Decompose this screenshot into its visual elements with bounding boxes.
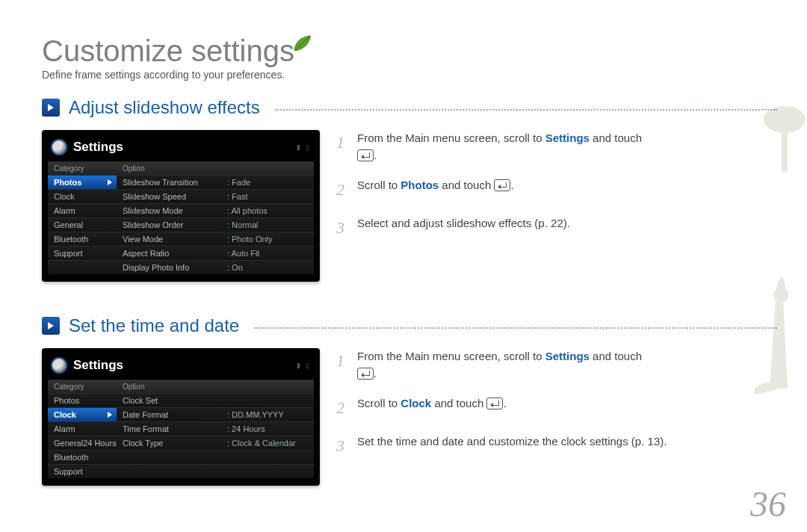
enter-icon xyxy=(357,149,374,161)
text: and touch xyxy=(590,350,642,362)
section-slideshow: Adjust slideshow effects Settings ▮ ▯ Ca… xyxy=(42,97,777,282)
option-value xyxy=(221,393,314,407)
step-text: Scroll to Photos and touch . xyxy=(357,177,514,202)
category-general[interactable]: General24 Hours xyxy=(48,436,117,450)
settings-grid: Category Option Photos Clock Set Clock D… xyxy=(48,380,314,478)
svg-point-0 xyxy=(773,288,788,303)
option-value: : On xyxy=(221,260,314,274)
category-bluetooth[interactable]: Bluetooth xyxy=(48,450,117,464)
category-bluetooth[interactable]: Bluetooth xyxy=(48,232,117,246)
enter-icon xyxy=(486,398,503,409)
settings-panel-photos: Settings ▮ ▯ Category Option Photos Slid… xyxy=(42,130,320,282)
step-3: 3 Select and adjust slideshow effects (p… xyxy=(336,215,777,240)
step-text: Select and adjust slideshow effects (p. … xyxy=(357,215,570,240)
text: . xyxy=(374,149,377,161)
option-value: : Clock & Calendar xyxy=(221,436,314,450)
text: Scroll to xyxy=(357,179,401,191)
text: and touch xyxy=(439,179,494,191)
gear-icon xyxy=(51,357,67,374)
option-label[interactable]: Slideshow Order xyxy=(117,217,221,232)
settings-panel-clock: Settings ▮ ▯ Category Option Photos Cloc… xyxy=(42,348,320,486)
option-label[interactable]: Time Format xyxy=(117,421,221,436)
text: . xyxy=(510,179,513,191)
gear-icon xyxy=(51,139,67,155)
steps-slideshow: 1 From the Main menu screen, scroll to S… xyxy=(336,130,777,282)
option-label[interactable]: Clock Set xyxy=(117,393,221,407)
settings-grid: Category Option Photos Slideshow Transit… xyxy=(48,161,314,274)
category-empty xyxy=(48,260,117,274)
text: Scroll to xyxy=(357,397,401,409)
option-label[interactable]: View Mode xyxy=(117,232,221,246)
step-number: 2 xyxy=(336,395,350,420)
page-title: Customize settings xyxy=(42,34,294,68)
step-number: 1 xyxy=(336,348,350,382)
option-value xyxy=(221,450,314,464)
section-title: Adjust slideshow effects xyxy=(69,97,260,118)
option-value: : Fast xyxy=(221,189,314,203)
text: . xyxy=(503,397,506,409)
panel-status-icon: ▮ ▯ xyxy=(297,362,311,369)
option-value: : Photo Only xyxy=(221,232,314,246)
divider-dots xyxy=(275,109,777,111)
col-header-category: Category xyxy=(48,380,117,393)
step-text: Scroll to Clock and touch . xyxy=(357,395,507,420)
section-time-date: Set the time and date Settings ▮ ▯ Categ… xyxy=(42,315,777,486)
option-label[interactable]: Aspect Ratio xyxy=(117,246,221,260)
step-2: 2 Scroll to Clock and touch . xyxy=(336,395,777,420)
category-photos[interactable]: Photos xyxy=(48,393,117,407)
col-header-value xyxy=(221,161,314,175)
divider-dots xyxy=(254,327,777,329)
category-alarm[interactable]: Alarm xyxy=(48,203,117,217)
text: . xyxy=(374,367,377,380)
option-value: : DD.MM.YYYY xyxy=(221,407,314,421)
text: From the Main menu screen, scroll to xyxy=(357,350,545,362)
step-2: 2 Scroll to Photos and touch . xyxy=(336,177,777,202)
option-label[interactable]: Date Format xyxy=(117,407,221,421)
option-label[interactable]: Slideshow Transition xyxy=(117,175,221,189)
category-general[interactable]: General xyxy=(48,217,117,232)
step-text: From the Main menu screen, scroll to Set… xyxy=(357,130,642,164)
category-alarm[interactable]: Alarm xyxy=(48,421,117,436)
keyword-settings: Settings xyxy=(545,350,590,362)
step-text: From the Main menu screen, scroll to Set… xyxy=(357,348,642,382)
keyword-photos: Photos xyxy=(401,179,439,191)
panel-title: Settings xyxy=(73,358,123,373)
option-label[interactable]: Clock Type xyxy=(117,436,221,450)
enter-icon xyxy=(357,368,374,380)
keyword-settings: Settings xyxy=(545,132,590,144)
category-photos[interactable]: Photos xyxy=(48,175,117,189)
option-value: : 24 Hours xyxy=(221,421,314,436)
step-number: 3 xyxy=(336,433,350,458)
step-number: 1 xyxy=(336,130,350,164)
col-header-option: Option xyxy=(117,380,221,393)
text: and touch xyxy=(590,132,642,144)
step-number: 3 xyxy=(336,215,350,240)
svg-rect-2 xyxy=(782,127,788,172)
panel-title: Settings xyxy=(73,140,123,155)
option-value: : Auto Fit xyxy=(221,246,314,260)
category-support[interactable]: Support xyxy=(48,464,117,478)
option-value xyxy=(221,464,314,478)
col-header-category: Category xyxy=(48,161,117,175)
step-1: 1 From the Main menu screen, scroll to S… xyxy=(336,130,777,164)
option-value: : All photos xyxy=(221,203,314,217)
panel-status-icon: ▮ ▯ xyxy=(297,143,311,151)
category-clock[interactable]: Clock xyxy=(48,407,117,421)
step-3: 3 Set the time and date and customize th… xyxy=(336,433,777,458)
option-label[interactable]: Slideshow Mode xyxy=(117,203,221,217)
category-clock[interactable]: Clock xyxy=(48,189,117,203)
leaf-icon xyxy=(291,33,312,54)
section-title: Set the time and date xyxy=(69,315,239,336)
col-header-value xyxy=(221,380,314,393)
option-label xyxy=(117,464,221,478)
section-bullet-icon xyxy=(42,99,60,117)
option-label[interactable]: Slideshow Speed xyxy=(117,189,221,203)
option-label xyxy=(117,450,221,464)
text: From the Main menu screen, scroll to xyxy=(357,132,545,144)
keyword-clock: Clock xyxy=(401,397,431,409)
section-bullet-icon xyxy=(42,317,60,335)
page-subtitle: Define frame settings according to your … xyxy=(42,69,285,81)
enter-icon xyxy=(494,179,510,191)
category-support[interactable]: Support xyxy=(48,246,117,260)
option-label[interactable]: Display Photo Info xyxy=(117,260,221,274)
